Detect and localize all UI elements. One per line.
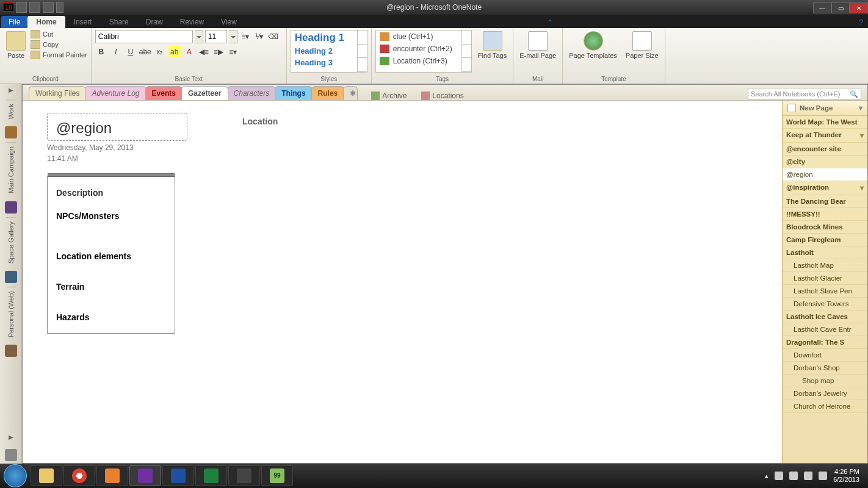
align-button[interactable]: ≡▾ [227,46,239,58]
qat-customize[interactable] [56,2,63,13]
qat-btn-1[interactable] [16,2,27,13]
tab-things[interactable]: Things [275,86,312,100]
excel-button[interactable] [195,465,227,486]
italic-button[interactable]: I [110,46,122,58]
underline-button[interactable]: U [125,46,137,58]
tray-expand-icon[interactable]: ▴ [765,472,769,480]
note-canvas[interactable]: @region Wednesday, May 29, 2013 11:41 AM… [23,101,782,463]
chevron-down-icon[interactable]: ▾ [859,104,863,112]
page-list-item[interactable]: !!MESSY!! [783,208,867,221]
page-list-item[interactable]: Shop map [783,375,867,387]
tag-location[interactable]: Location (Ctrl+3) [376,55,471,67]
bold-button[interactable]: B [95,46,107,58]
paste-button[interactable]: Paste [4,30,28,60]
notebook-personal-web[interactable]: Personal (Web) [6,287,16,341]
ribbon-minimize-icon[interactable]: ⌃ [542,17,558,28]
page-list-item[interactable]: Lastholt [783,246,867,259]
nav-more-icon[interactable]: ▶ [9,434,13,440]
style-heading1[interactable]: Heading 1 [291,30,367,45]
search-icon[interactable]: 🔍 [850,90,858,98]
copy-button[interactable]: Copy [31,40,87,49]
font-select[interactable] [95,30,193,43]
search-input[interactable]: Search All Notebooks (Ctrl+E)🔍 [748,88,861,100]
page-list-item[interactable]: @city [783,156,867,168]
cut-button[interactable]: Cut [31,30,87,38]
page-list-item[interactable]: Keep at Thunder▾ [783,129,867,143]
tab-share[interactable]: Share [101,16,137,28]
volume-icon[interactable] [804,472,812,480]
notebook-main-campaign[interactable]: Main Campaign [6,142,16,197]
tab-gazetteer[interactable]: Gazetteer [181,86,228,100]
chevron-down-icon[interactable]: ▾ [860,131,864,140]
onenote-button[interactable] [129,465,161,486]
section-terrain[interactable]: Terrain [56,282,166,292]
expand-nav-icon[interactable]: ▶ [9,87,13,93]
email-page-button[interactable]: E-mail Page [517,30,559,60]
network-icon[interactable] [789,472,798,480]
tab-home[interactable]: Home [27,16,65,28]
strike-button[interactable]: abe [139,46,151,58]
font-dropdown-icon[interactable] [195,30,203,43]
paper-size-button[interactable]: Paper Size [623,30,661,60]
drag-handle-icon[interactable] [48,173,175,177]
tags-gallery[interactable]: clue (Ctrl+1) encounter (Ctrl+2) Locatio… [375,30,472,73]
clear-format-button[interactable]: ⌫ [267,30,280,43]
page-list-item[interactable]: @region [783,168,867,181]
tab-view[interactable]: View [212,16,245,28]
qat-btn-3[interactable] [43,2,54,13]
page-list-item[interactable]: The Dancing Bear [783,195,867,208]
chevron-down-icon[interactable]: ▾ [860,184,864,192]
note-container[interactable]: Description NPCs/Monsters Location eleme… [47,176,175,334]
app-99-button[interactable]: 99 [261,465,293,486]
locations-link[interactable]: Locations [421,92,463,100]
tag-more-icon[interactable] [462,58,471,72]
trash-icon[interactable] [5,449,17,461]
page-list-item[interactable]: @encounter site [783,143,867,156]
maximize-button[interactable]: ▭ [831,2,850,13]
tab-rules[interactable]: Rules [311,86,345,100]
new-page-button[interactable]: New Page ▾ [783,101,867,116]
indent-button[interactable]: ≡▶ [212,46,225,58]
page-list-item[interactable]: Dorban's Jewelry [783,387,867,400]
page-list-item[interactable]: Lastholt Map [783,259,867,272]
tag-clue[interactable]: clue (Ctrl+1) [376,30,471,43]
style-down-icon[interactable] [358,45,367,59]
page-list-item[interactable]: Lastholt Cave Entr [783,323,867,336]
outdent-button[interactable]: ◀≡ [198,46,210,58]
explorer-button[interactable] [31,465,62,486]
tab-characters[interactable]: Characters [227,86,277,100]
page-list-item[interactable]: World Map: The West [783,116,867,129]
file-tab[interactable]: File [1,16,27,28]
style-heading2[interactable]: Heading 2 [291,45,367,57]
tab-adventure-log[interactable]: Adventure Log [85,86,146,100]
page-list-item[interactable]: Lastholt Slave Pen [783,285,867,298]
notebook-icon[interactable] [5,126,17,138]
tab-insert[interactable]: Insert [65,16,101,28]
notebook-icon[interactable] [5,271,17,283]
page-title[interactable]: @region [47,113,187,141]
find-tags-button[interactable]: Find Tags [476,30,510,73]
flag-icon[interactable] [775,472,783,480]
archive-link[interactable]: Archive [371,92,407,100]
highlight-button[interactable]: ab [168,46,181,58]
page-list-item[interactable]: Lastholt Ice Caves [783,310,867,323]
power-icon[interactable] [819,472,827,480]
numbering-button[interactable]: ⅟▾ [253,30,266,43]
page-list-item[interactable]: Dragonfall: The S [783,336,867,349]
font-color-button[interactable]: A [183,46,195,58]
tag-encounter[interactable]: encounter (Ctrl+2) [376,43,471,55]
close-button[interactable]: ✕ [850,2,868,13]
page-list-item[interactable]: Camp Firegleam [783,234,867,246]
section-description[interactable]: Description [56,188,166,198]
section-npcs[interactable]: NPCs/Monsters [56,211,166,221]
tab-working-files[interactable]: Working Files [29,86,86,100]
style-heading3[interactable]: Heading 3 [291,57,367,68]
size-dropdown-icon[interactable] [229,30,237,43]
page-list-item[interactable]: Lastholt Glacier [783,272,867,285]
minimize-button[interactable]: — [813,2,831,13]
format-painter-button[interactable]: Format Painter [31,51,87,59]
chrome-button[interactable] [63,465,95,486]
page-list-item[interactable]: Dorban's Shop [783,362,867,375]
tab-review[interactable]: Review [172,16,212,28]
page-list-item[interactable]: Bloodrock Mines [783,221,867,234]
